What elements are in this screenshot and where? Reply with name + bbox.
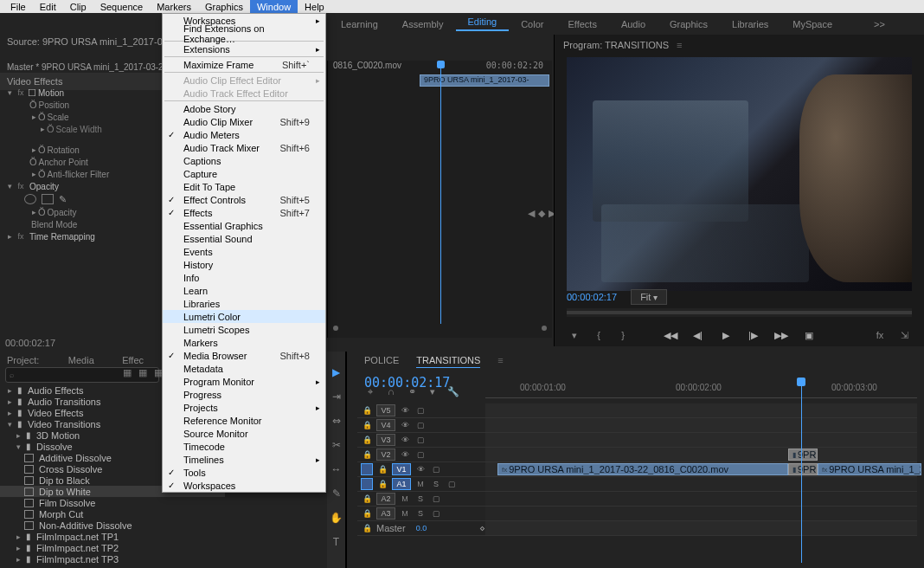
lock-icon[interactable]: 🔒: [361, 419, 373, 431]
ec-rotation[interactable]: ▸ŎRotation: [0, 144, 163, 156]
eye-icon[interactable]: 👁: [414, 463, 427, 475]
eye-icon[interactable]: 👁: [399, 434, 411, 446]
mute-button[interactable]: M: [399, 493, 411, 505]
menu-item-audio-track-mixer[interactable]: Audio Track MixerShift+6: [163, 141, 325, 154]
program-timecode[interactable]: 00:00:02:17: [567, 292, 617, 302]
menu-item-libraries[interactable]: Libraries: [163, 297, 325, 310]
solo-button[interactable]: S: [414, 493, 427, 505]
menu-item-extensions[interactable]: Extensions: [163, 42, 325, 55]
program-viewport[interactable]: [567, 57, 912, 291]
playhead-icon[interactable]: [437, 61, 445, 68]
menu-item-workspaces[interactable]: Workspaces: [163, 479, 325, 492]
eye-icon[interactable]: 👁: [399, 404, 411, 416]
lock-icon[interactable]: 🔒: [361, 493, 373, 505]
track-a1[interactable]: 🔒A1MS▢: [357, 477, 917, 492]
ec-scale[interactable]: ▸ŎScale: [0, 111, 163, 123]
menu-item-projects[interactable]: Projects: [163, 401, 325, 414]
menu-item-find-extensions-on-exchange[interactable]: Find Extensions on Exchange…: [163, 27, 325, 40]
track-v2[interactable]: 🔒V2👁▢ ▮9PRO: [357, 448, 917, 462]
scroll-handle-icon[interactable]: [542, 326, 547, 331]
video-clip[interactable]: fx9PRO URSA mini_1_2017-03-22_0825_C: [818, 463, 921, 475]
track-v1[interactable]: 🔒V1👁▢ fx9PRO URSA mini_1_2017-03-22_0816…: [357, 462, 917, 477]
source-clip[interactable]: 9PRO URSA mini_1_2017-03-22_0816_C0020: [420, 74, 549, 87]
step-forward-icon[interactable]: ▶▶: [773, 330, 789, 341]
transition-item[interactable]: Non-Additive Dissolve: [0, 520, 225, 531]
menu-item-timecode[interactable]: Timecode: [163, 440, 325, 453]
transition-item[interactable]: Film Dissolve: [0, 497, 225, 508]
razor-tool-icon[interactable]: ✂: [330, 438, 343, 452]
ec-motion[interactable]: ▾fx☐Motion: [0, 87, 163, 99]
ec-blend-mode[interactable]: Blend Mode: [0, 218, 163, 230]
ec-masks[interactable]: ✎: [0, 192, 163, 206]
menu-item-lumetri-scopes[interactable]: Lumetri Scopes: [163, 323, 325, 336]
panel-menu-icon[interactable]: ≡: [677, 40, 682, 50]
video-clip[interactable]: ▮9PRO: [788, 463, 818, 475]
wrench-icon[interactable]: 🔧: [447, 386, 459, 397]
zoom-fit-dropdown[interactable]: Fit ▾: [631, 289, 667, 305]
export-frame-icon[interactable]: ▣: [801, 330, 817, 341]
menu-item-learn[interactable]: Learn: [163, 284, 325, 297]
ec-antiflicker[interactable]: ▸ŎAnti-flicker Filter: [0, 168, 163, 180]
keyframe-nav[interactable]: ◀◆▶: [528, 208, 555, 219]
menu-item-lumetri-color[interactable]: Lumetri Color: [163, 310, 325, 323]
lock-icon[interactable]: 🔒: [361, 449, 373, 461]
magnet-icon[interactable]: ∩: [385, 386, 397, 397]
step-back-icon[interactable]: ◀◀: [663, 330, 678, 341]
menu-sequence[interactable]: Sequence: [93, 0, 151, 13]
lock-icon[interactable]: 🔒: [361, 522, 373, 534]
menu-item-markers[interactable]: Markers: [163, 336, 325, 349]
menu-item-timelines[interactable]: Timelines: [163, 453, 325, 466]
keyframe-icon[interactable]: ⋄: [479, 523, 485, 534]
workspace-editing[interactable]: Editing: [456, 16, 510, 31]
workspace-libraries[interactable]: Libraries: [720, 19, 780, 29]
menu-item-captions[interactable]: Captions: [163, 154, 325, 167]
timeline-tab-police[interactable]: POLICE: [364, 355, 399, 368]
out-point-icon[interactable]: }: [615, 330, 631, 341]
extract-icon[interactable]: ⇲: [896, 330, 912, 341]
menu-item-audio-clip-mixer[interactable]: Audio Clip MixerShift+9: [163, 115, 325, 128]
solo-button[interactable]: S: [430, 478, 442, 490]
lift-icon[interactable]: fx: [872, 330, 888, 341]
menu-clip[interactable]: Clip: [63, 0, 93, 13]
lock-icon[interactable]: 🔒: [361, 507, 373, 520]
preset-icon[interactable]: ▦: [137, 367, 149, 378]
workspace-learning[interactable]: Learning: [329, 19, 390, 29]
link-icon[interactable]: ⚭: [406, 386, 418, 397]
workspace-graphics[interactable]: Graphics: [658, 19, 720, 29]
menu-item-edit-to-tape[interactable]: Edit To Tape: [163, 180, 325, 193]
menu-item-metadata[interactable]: Metadata: [163, 362, 325, 375]
lock-icon[interactable]: 🔒: [376, 463, 388, 475]
solo-button[interactable]: S: [414, 507, 427, 520]
folder-filmimpact3[interactable]: ▸▮FilmImpact.net TP3: [0, 553, 225, 565]
track-v3[interactable]: 🔒V3👁▢: [357, 433, 917, 448]
menu-item-media-browser[interactable]: Media BrowserShift+8: [163, 349, 325, 362]
menu-item-history[interactable]: History: [163, 258, 325, 271]
eye-icon[interactable]: 👁: [399, 419, 411, 431]
menu-markers[interactable]: Markers: [150, 0, 198, 13]
ec-time-remapping[interactable]: ▸fxTime Remapping: [0, 230, 163, 242]
folder-filmimpact1[interactable]: ▸▮FilmImpact.net TP1: [0, 531, 225, 542]
menu-item-essential-graphics[interactable]: Essential Graphics: [163, 219, 325, 232]
menu-item-audio-meters[interactable]: Audio Meters: [163, 128, 325, 141]
source-patch-icon[interactable]: [361, 463, 373, 475]
workspace-overflow-icon[interactable]: >>: [862, 19, 897, 29]
ellipse-mask-icon[interactable]: [24, 194, 36, 204]
source-patch-icon[interactable]: [361, 478, 373, 490]
timeline-playhead-icon[interactable]: [797, 378, 805, 386]
eye-icon[interactable]: 👁: [399, 449, 411, 461]
ec-opacity-prop[interactable]: ▸ŎOpacity: [0, 206, 163, 218]
ec-position[interactable]: ŎPosition: [0, 99, 163, 111]
transition-item[interactable]: Morph Cut: [0, 508, 225, 520]
ec-opacity[interactable]: ▾fxOpacity: [0, 180, 163, 192]
panel-menu-icon[interactable]: ≡: [497, 355, 503, 368]
menu-item-events[interactable]: Events: [163, 245, 325, 258]
preset-icon[interactable]: ▦: [121, 367, 133, 378]
menu-item-adobe-story[interactable]: Adobe Story: [163, 102, 325, 115]
program-scrubber[interactable]: [567, 308, 912, 317]
track-a2[interactable]: 🔒A2MS▢: [357, 492, 917, 507]
marker-icon[interactable]: ▾: [427, 386, 439, 397]
lock-icon[interactable]: 🔒: [376, 478, 388, 490]
lock-icon[interactable]: 🔒: [361, 404, 373, 416]
in-point-icon[interactable]: {: [591, 330, 606, 341]
menu-edit[interactable]: Edit: [33, 0, 63, 13]
